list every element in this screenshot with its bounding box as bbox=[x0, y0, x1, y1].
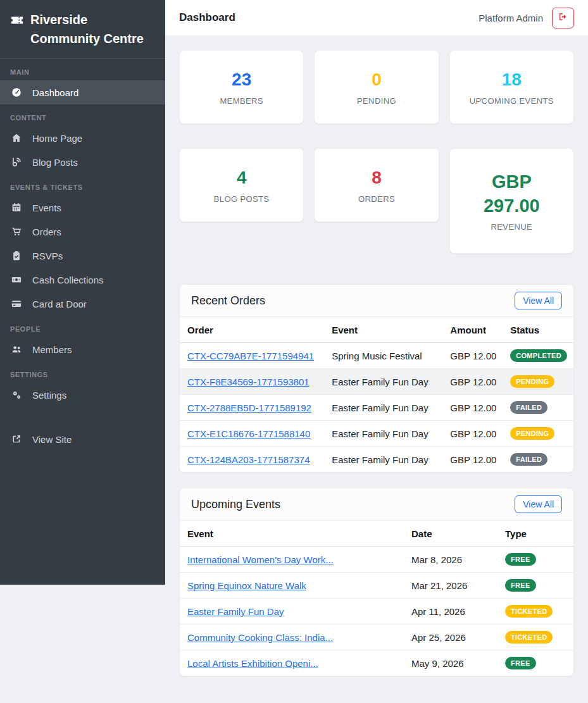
type-badge: TICKETED bbox=[505, 605, 553, 618]
page-title: Dashboard bbox=[179, 11, 235, 24]
events-view-all-button[interactable]: View All bbox=[515, 495, 562, 513]
sidebar-item-card-at-door[interactable]: Card at Door bbox=[0, 292, 165, 316]
event-date: Mar 8, 2026 bbox=[405, 547, 499, 573]
sidebar-item-events[interactable]: Events bbox=[0, 196, 165, 220]
brand-name: Riverside Community Centre bbox=[30, 10, 155, 48]
sidebar-item-label: Card at Door bbox=[32, 299, 87, 309]
type-badge: TICKETED bbox=[505, 631, 553, 644]
type-badge: FREE bbox=[505, 657, 536, 669]
table-row: CTX-E1C18676-1771588140 Easter Family Fu… bbox=[180, 421, 573, 447]
order-amount: GBP 12.00 bbox=[444, 447, 504, 473]
ticket-icon bbox=[10, 13, 24, 27]
stat-label: MEMBERS bbox=[220, 96, 263, 106]
table-row: International Women's Day Work... Mar 8,… bbox=[180, 547, 573, 573]
sidebar-item-label: Cash Collections bbox=[32, 275, 104, 285]
sidebar-section-events-tickets: EVENTS & TICKETS bbox=[0, 174, 165, 196]
recent-orders-panel: Recent Orders View All Order Event Amoun… bbox=[179, 284, 574, 473]
stat-label: ORDERS bbox=[358, 194, 395, 204]
stat-card-orders: 8 ORDERS bbox=[314, 148, 439, 222]
topbar: Dashboard Platform Admin bbox=[165, 0, 588, 36]
sidebar-section-settings: SETTINGS bbox=[0, 361, 165, 383]
table-row: CTX-F8E34569-1771593801 Easter Family Fu… bbox=[180, 369, 573, 395]
order-link[interactable]: CTX-E1C18676-1771588140 bbox=[187, 428, 310, 439]
sidebar-item-view-site[interactable]: View Site bbox=[0, 427, 165, 451]
logout-button[interactable] bbox=[552, 8, 574, 28]
sidebar-section-people: PEOPLE bbox=[0, 316, 165, 337]
sidebar-item-settings[interactable]: Settings bbox=[0, 383, 165, 407]
stat-value: GBP 297.00 bbox=[470, 170, 553, 218]
sidebar-section-content: CONTENT bbox=[0, 104, 165, 126]
stat-label: UPCOMING EVENTS bbox=[470, 96, 554, 106]
order-amount: GBP 12.00 bbox=[444, 395, 504, 421]
column-header-status: Status bbox=[504, 317, 573, 343]
sidebar-item-dashboard[interactable]: Dashboard bbox=[0, 80, 165, 104]
table-row: CTX-124BA203-1771587374 Easter Family Fu… bbox=[180, 447, 573, 473]
main-content: 23 MEMBERS 0 PENDING 18 UPCOMING EVENTS … bbox=[165, 36, 588, 690]
column-header-order: Order bbox=[180, 317, 325, 343]
home-icon bbox=[10, 132, 23, 144]
order-link[interactable]: CTX-CC79AB7E-1771594941 bbox=[187, 351, 314, 361]
panel-title: Upcoming Events bbox=[191, 498, 280, 511]
sign-out-icon bbox=[558, 11, 568, 24]
sidebar-item-label: Home Page bbox=[32, 133, 82, 144]
status-badge: PENDING bbox=[510, 375, 554, 388]
stat-value: 23 bbox=[232, 68, 251, 91]
order-amount: GBP 12.00 bbox=[444, 343, 504, 369]
sidebar-item-label: Settings bbox=[32, 390, 66, 401]
event-date: May 9, 2026 bbox=[405, 650, 499, 676]
upcoming-events-header: Upcoming Events View All bbox=[180, 488, 573, 521]
order-event: Easter Family Fun Day bbox=[325, 369, 444, 395]
stat-value: 8 bbox=[372, 166, 382, 189]
brand: Riverside Community Centre bbox=[0, 0, 165, 59]
column-header-amount: Amount bbox=[444, 317, 504, 343]
event-link[interactable]: Community Cooking Class: India... bbox=[187, 632, 333, 643]
order-amount: GBP 12.00 bbox=[444, 369, 504, 395]
sidebar-item-home-page[interactable]: Home Page bbox=[0, 126, 165, 150]
table-row: CTX-CC79AB7E-1771594941 Spring Music Fes… bbox=[180, 343, 573, 369]
recent-orders-header: Recent Orders View All bbox=[180, 285, 573, 317]
order-event: Easter Family Fun Day bbox=[325, 395, 444, 421]
money-bill-icon bbox=[10, 274, 23, 285]
column-header-event: Event bbox=[180, 521, 405, 547]
stat-value: 0 bbox=[372, 68, 382, 91]
event-date: Apr 25, 2026 bbox=[405, 625, 499, 650]
event-link[interactable]: Spring Equinox Nature Walk bbox=[187, 580, 306, 591]
stat-card-revenue: GBP 297.00 REVENUE bbox=[449, 148, 574, 254]
clipboard-check-icon bbox=[10, 250, 23, 261]
table-row: Easter Family Fun Day Apr 11, 2026 TICKE… bbox=[180, 599, 573, 625]
table-row: CTX-2788EB5D-1771589192 Easter Family Fu… bbox=[180, 395, 573, 421]
stat-card-blog-posts: 4 BLOG POSTS bbox=[179, 148, 304, 222]
table-row: Community Cooking Class: India... Apr 25… bbox=[180, 625, 573, 650]
upcoming-events-panel: Upcoming Events View All Event Date Type… bbox=[179, 488, 574, 676]
order-link[interactable]: CTX-124BA203-1771587374 bbox=[187, 454, 310, 465]
cart-icon bbox=[10, 226, 23, 237]
stat-label: REVENUE bbox=[491, 222, 532, 232]
gauge-icon bbox=[10, 87, 23, 98]
recent-orders-table: Order Event Amount Status CTX-CC79AB7E-1… bbox=[180, 317, 573, 472]
status-badge: FAILED bbox=[510, 453, 547, 466]
sidebar-item-orders[interactable]: Orders bbox=[0, 220, 165, 244]
type-badge: FREE bbox=[505, 579, 536, 592]
order-link[interactable]: CTX-F8E34569-1771593801 bbox=[187, 376, 310, 387]
stat-label: BLOG POSTS bbox=[214, 194, 270, 204]
order-event: Easter Family Fun Day bbox=[325, 421, 444, 447]
sidebar-item-label: Blog Posts bbox=[32, 157, 78, 168]
orders-view-all-button[interactable]: View All bbox=[515, 292, 562, 309]
sidebar-item-blog-posts[interactable]: Blog Posts bbox=[0, 150, 165, 174]
sidebar-item-cash-collections[interactable]: Cash Collections bbox=[0, 268, 165, 292]
sidebar-item-label: Members bbox=[32, 344, 72, 355]
event-link[interactable]: International Women's Day Work... bbox=[187, 554, 334, 565]
event-link[interactable]: Local Artists Exhibition Openi... bbox=[187, 658, 318, 669]
sidebar-item-rsvps[interactable]: RSVPs bbox=[0, 244, 165, 268]
order-event: Spring Music Festival bbox=[325, 343, 444, 369]
event-link[interactable]: Easter Family Fun Day bbox=[187, 606, 284, 617]
column-header-event: Event bbox=[325, 317, 444, 343]
status-badge: FAILED bbox=[510, 401, 547, 414]
event-date: Apr 11, 2026 bbox=[405, 599, 499, 625]
stat-value: 18 bbox=[502, 68, 522, 91]
sidebar-item-label: View Site bbox=[32, 434, 72, 445]
order-link[interactable]: CTX-2788EB5D-1771589192 bbox=[187, 402, 311, 413]
sidebar-item-members[interactable]: Members bbox=[0, 337, 165, 361]
sidebar-section-main: MAIN bbox=[0, 59, 165, 80]
table-row: Local Artists Exhibition Openi... May 9,… bbox=[180, 650, 573, 676]
